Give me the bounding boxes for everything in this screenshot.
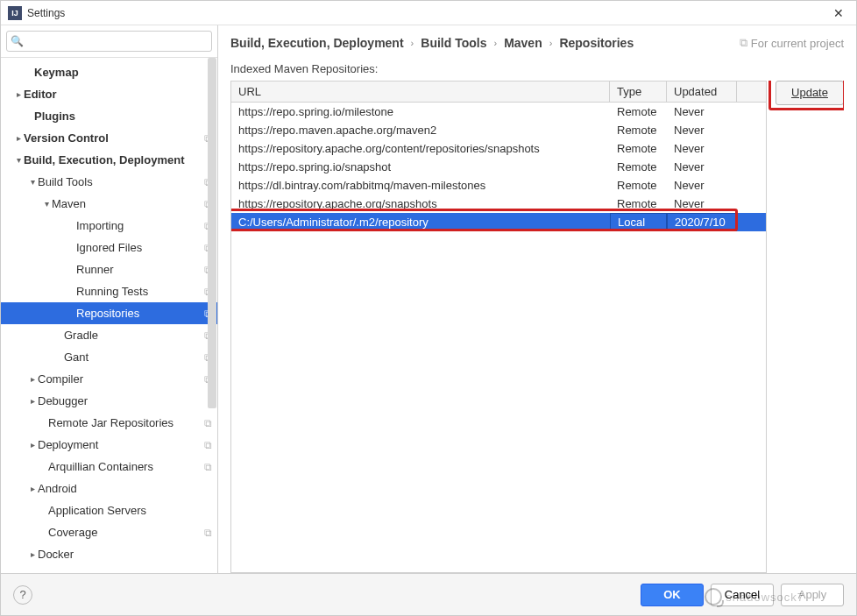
breadcrumb: Build, Execution, Deployment›Build Tools…	[230, 36, 844, 50]
tree-item[interactable]: Repositories⧉	[1, 302, 217, 324]
tree-item[interactable]: Keymap	[1, 61, 217, 83]
cell-url: https://repository.apache.org/snapshots	[231, 195, 610, 212]
tree-item-label: Editor	[24, 88, 212, 101]
chevron-icon: ▸	[27, 396, 38, 406]
breadcrumb-item[interactable]: Maven	[504, 36, 542, 50]
chevron-icon: ▸	[13, 133, 24, 143]
scope-label: For current project	[751, 37, 844, 50]
cell-updated: Never	[667, 122, 737, 138]
th-spacer	[737, 81, 766, 102]
close-icon[interactable]: ✕	[828, 4, 849, 22]
tree-item[interactable]: ▸Version Control⧉	[1, 127, 217, 149]
search-box[interactable]: 🔍	[6, 31, 212, 52]
tree-item-label: Arquillian Containers	[48, 460, 204, 473]
tree-item[interactable]: ▸Docker	[1, 543, 217, 565]
search-input[interactable]	[26, 35, 208, 47]
table-row[interactable]: https://repository.apache.org/snapshotsR…	[231, 195, 766, 213]
table-row[interactable]: https://dl.bintray.com/rabbitmq/maven-mi…	[231, 176, 766, 195]
tree-item[interactable]: Application Servers	[1, 499, 217, 521]
chevron-icon: ▾	[41, 199, 52, 209]
tree-item-label: Version Control	[24, 131, 204, 145]
tree-item-label: Build, Execution, Deployment	[24, 153, 212, 166]
tree-item-label: Ignored Files	[76, 241, 204, 254]
breadcrumb-item[interactable]: Repositories	[559, 36, 634, 50]
cell-spacer	[737, 110, 766, 114]
tree-item-label: Debugger	[38, 394, 212, 407]
apply-button[interactable]: Apply	[781, 584, 844, 606]
tree-item-label: Plugins	[34, 110, 212, 123]
scrollbar-thumb[interactable]	[208, 58, 216, 408]
chevron-icon: ▸	[27, 440, 38, 450]
chevron-icon: ▸	[27, 484, 38, 493]
th-updated[interactable]: Updated	[667, 81, 737, 102]
tree-item[interactable]: Plugins	[1, 105, 217, 127]
tree-item-label: Docker	[38, 548, 212, 561]
settings-dialog: IJ Settings ✕ 🔍 Keymap▸EditorPlugins▸Ver…	[0, 0, 857, 616]
search-wrap: 🔍	[1, 25, 217, 58]
table-header: URL Type Updated	[231, 81, 766, 103]
titlebar: IJ Settings ✕	[1, 1, 856, 25]
help-icon[interactable]: ?	[13, 585, 32, 605]
tree-item-label: Coverage	[48, 526, 204, 539]
breadcrumb-item[interactable]: Build, Execution, Deployment	[230, 36, 404, 50]
tree-item-label: Gradle	[64, 329, 204, 342]
cell-type: Local	[610, 213, 667, 231]
tree-item[interactable]: ▾Maven⧉	[1, 193, 217, 215]
cell-url: https://repo.maven.apache.org/maven2	[231, 122, 610, 138]
ok-button[interactable]: OK	[641, 584, 704, 606]
tree-item[interactable]: ▾Build, Execution, Deployment	[1, 149, 217, 171]
tree-item-label: Runner	[76, 263, 204, 276]
chevron-icon: ▸	[27, 549, 38, 559]
side-buttons: Update	[776, 81, 844, 573]
copy-icon: ⧉	[740, 36, 747, 50]
update-button[interactable]: Update	[776, 81, 844, 105]
th-type[interactable]: Type	[610, 81, 667, 102]
cell-updated: Never	[667, 103, 737, 120]
cell-type: Remote	[610, 177, 667, 194]
th-url[interactable]: URL	[231, 81, 610, 102]
cell-url: https://repository.apache.org/content/re…	[231, 140, 610, 157]
tree-item[interactable]: Runner⧉	[1, 258, 217, 280]
tree-scrollbar[interactable]	[207, 58, 217, 573]
cell-type: Remote	[610, 122, 667, 138]
chevron-right-icon: ›	[411, 38, 414, 48]
dialog-body: 🔍 Keymap▸EditorPlugins▸Version Control⧉▾…	[1, 25, 856, 573]
cell-spacer	[737, 202, 766, 206]
tree-item[interactable]: Gradle⧉	[1, 324, 217, 346]
tree-item[interactable]: ▸Debugger	[1, 390, 217, 412]
tree-item[interactable]: ▸Compiler⧉	[1, 368, 217, 390]
tree-item[interactable]: Running Tests⧉	[1, 280, 217, 302]
tree-item-label: Deployment	[38, 438, 204, 451]
table-row[interactable]: https://repo.spring.io/milestoneRemoteNe…	[231, 103, 766, 121]
tree-item[interactable]: ▸Editor	[1, 83, 217, 105]
tree-item[interactable]: Arquillian Containers⧉	[1, 456, 217, 478]
table-row[interactable]: C:/Users/Administrator/.m2/repositoryLoc…	[231, 213, 766, 231]
cancel-button[interactable]: Cancel	[711, 584, 774, 606]
table-row[interactable]: https://repository.apache.org/content/re…	[231, 139, 766, 158]
table-body[interactable]: https://repo.spring.io/milestoneRemoteNe…	[231, 103, 766, 572]
cell-type: Remote	[610, 103, 667, 120]
tree-item[interactable]: Gant⧉	[1, 346, 217, 368]
tree-item-label: Gant	[64, 350, 204, 364]
tree-item-label: Build Tools	[38, 175, 204, 188]
tree-item[interactable]: Remote Jar Repositories⧉	[1, 412, 217, 434]
cell-updated: Never	[667, 140, 737, 157]
settings-tree[interactable]: Keymap▸EditorPlugins▸Version Control⧉▾Bu…	[1, 58, 217, 573]
tree-item[interactable]: ▸Android	[1, 478, 217, 499]
chevron-right-icon: ›	[493, 38, 497, 48]
tree-item-label: Android	[38, 482, 212, 495]
table-row[interactable]: https://repo.spring.io/snapshotRemoteNev…	[231, 158, 766, 176]
tree-item[interactable]: ▾Build Tools⧉	[1, 171, 217, 193]
chevron-right-icon: ›	[549, 38, 553, 48]
tree-item[interactable]: Importing⧉	[1, 215, 217, 237]
table-row[interactable]: https://repo.maven.apache.org/maven2Remo…	[231, 121, 766, 139]
breadcrumb-item[interactable]: Build Tools	[421, 36, 486, 50]
tree-item[interactable]: Ignored Files⧉	[1, 237, 217, 258]
tree-item[interactable]: ▸Deployment⧉	[1, 434, 217, 456]
section-label: Indexed Maven Repositories:	[230, 62, 844, 75]
tree-item[interactable]: Coverage⧉	[1, 521, 217, 543]
cell-url: https://repo.spring.io/snapshot	[231, 159, 610, 175]
chevron-icon: ▾	[27, 177, 38, 187]
cell-updated: Never	[667, 159, 737, 175]
tree-item-label: Application Servers	[48, 504, 212, 517]
